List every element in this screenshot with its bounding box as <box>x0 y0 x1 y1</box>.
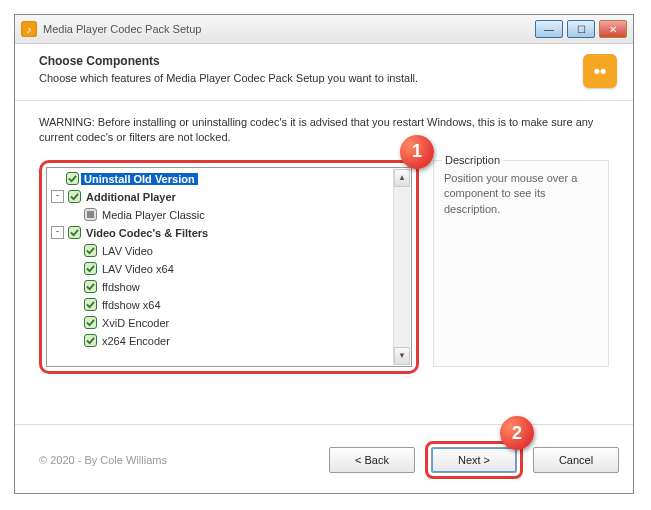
app-logo-icon: •• <box>583 54 617 88</box>
tree-item-label[interactable]: ffdshow <box>99 281 143 293</box>
checkbox[interactable] <box>68 190 81 203</box>
description-panel: Description Position your mouse over a c… <box>433 160 609 367</box>
checkbox[interactable] <box>84 208 97 221</box>
page-subtitle: Choose which features of Media Player Co… <box>39 72 573 84</box>
next-button[interactable]: Next > <box>431 447 517 473</box>
close-button[interactable]: ✕ <box>599 20 627 38</box>
page-title: Choose Components <box>39 54 573 68</box>
tree-item-label[interactable]: Uninstall Old Version <box>81 173 198 185</box>
callout-1: 1 <box>400 135 434 169</box>
callout-2: 2 <box>500 416 534 450</box>
component-tree[interactable]: Uninstall Old Version-Additional PlayerM… <box>46 167 412 367</box>
warning-text: WARNING: Before installing or uninstalli… <box>39 115 609 146</box>
maximize-button[interactable]: ☐ <box>567 20 595 38</box>
tree-item-label[interactable]: x264 Encoder <box>99 335 173 347</box>
next-button-highlight: 2 Next > <box>425 441 523 479</box>
tree-item-label[interactable]: XviD Encoder <box>99 317 172 329</box>
tree-item-label[interactable]: ffdshow x64 <box>99 299 164 311</box>
expander-icon[interactable]: - <box>51 226 64 239</box>
minimize-button[interactable]: — <box>535 20 563 38</box>
checkbox[interactable] <box>84 280 97 293</box>
checkbox[interactable] <box>84 334 97 347</box>
tree-item[interactable]: -Video Codec's & Filters <box>51 224 407 242</box>
tree-item-label[interactable]: LAV Video <box>99 245 156 257</box>
window-title: Media Player Codec Pack Setup <box>43 23 201 35</box>
tree-item[interactable]: ffdshow <box>51 278 407 296</box>
tree-item[interactable]: -Additional Player <box>51 188 407 206</box>
checkbox[interactable] <box>66 172 79 185</box>
expander-icon[interactable]: - <box>51 190 64 203</box>
installer-window: ♪ Media Player Codec Pack Setup — ☐ ✕ Ch… <box>14 14 634 494</box>
checkbox[interactable] <box>68 226 81 239</box>
checkbox[interactable] <box>84 244 97 257</box>
footer: © 2020 - By Cole Williams < Back 2 Next … <box>15 424 633 493</box>
copyright-text: © 2020 - By Cole Williams <box>29 454 167 466</box>
tree-item[interactable]: LAV Video <box>51 242 407 260</box>
tree-item-label[interactable]: Media Player Classic <box>99 209 208 221</box>
header-area: Choose Components Choose which features … <box>15 44 633 101</box>
checkbox[interactable] <box>84 262 97 275</box>
tree-item-label[interactable]: LAV Video x64 <box>99 263 177 275</box>
tree-item[interactable]: XviD Encoder <box>51 314 407 332</box>
description-title: Description <box>442 154 503 166</box>
checkbox[interactable] <box>84 316 97 329</box>
tree-item[interactable]: LAV Video x64 <box>51 260 407 278</box>
tree-item[interactable]: ffdshow x64 <box>51 296 407 314</box>
tree-item[interactable]: Uninstall Old Version <box>51 170 407 188</box>
tree-item[interactable]: x264 Encoder <box>51 332 407 350</box>
scrollbar[interactable]: ▲ ▼ <box>393 169 410 365</box>
app-icon: ♪ <box>21 21 37 37</box>
tree-item-label[interactable]: Video Codec's & Filters <box>83 227 211 239</box>
tree-item[interactable]: Media Player Classic <box>51 206 407 224</box>
component-tree-highlight: 1 Uninstall Old Version-Additional Playe… <box>39 160 419 374</box>
back-button[interactable]: < Back <box>329 447 415 473</box>
titlebar[interactable]: ♪ Media Player Codec Pack Setup — ☐ ✕ <box>15 15 633 44</box>
checkbox[interactable] <box>84 298 97 311</box>
description-body: Position your mouse over a component to … <box>444 171 598 217</box>
scroll-up-icon[interactable]: ▲ <box>394 169 410 187</box>
scroll-down-icon[interactable]: ▼ <box>394 347 410 365</box>
tree-item-label[interactable]: Additional Player <box>83 191 179 203</box>
cancel-button[interactable]: Cancel <box>533 447 619 473</box>
